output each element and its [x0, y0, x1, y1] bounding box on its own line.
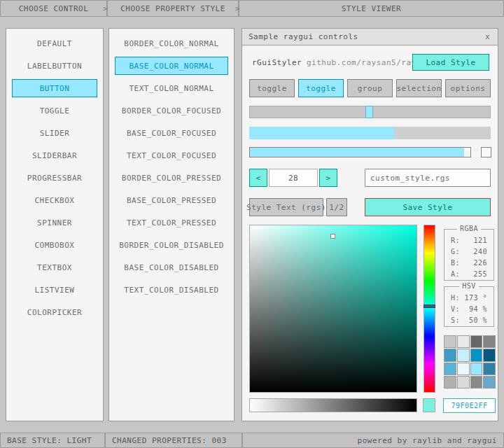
palette-swatch[interactable] — [457, 335, 470, 348]
palette-swatch[interactable] — [444, 349, 456, 361]
palette-swatch[interactable] — [483, 335, 496, 348]
spinner-value: 28 — [269, 169, 318, 187]
filename-input[interactable] — [365, 169, 491, 187]
toggle-button-0[interactable]: toggle — [249, 79, 295, 97]
toggle-button-selection[interactable]: selection — [396, 79, 442, 97]
hsv-h-value: 173 ° — [464, 294, 487, 302]
palette-swatch[interactable] — [483, 376, 496, 388]
header-choose-control: CHOOSE CONTROL — [0, 0, 107, 17]
header-separator-icon: > — [103, 0, 108, 17]
properties-list: BORDER_COLOR_NORMAL BASE_COLOR_NORMAL TE… — [109, 29, 234, 301]
control-list-item-spinner[interactable]: SPINNER — [12, 214, 97, 232]
property-list-item[interactable]: BORDER_COLOR_NORMAL — [115, 34, 228, 52]
hsv-group-box: HSV H: 173 ° V: 94 % S: 50 % — [444, 286, 494, 327]
rgba-group-box: RGBA R: 121 G: 240 B: 226 A: 255 — [444, 229, 494, 281]
status-base-style: BASE STYLE: LIGHT — [0, 433, 105, 448]
rgba-b-label: B: — [451, 259, 460, 267]
property-list-item[interactable]: BASE_COLOR_DISABLED — [115, 258, 228, 276]
rgba-g-value: 240 — [473, 248, 487, 255]
toggle-button-options[interactable]: options — [445, 79, 491, 97]
status-changed-properties: CHANGED PROPERTIES: 003 — [105, 433, 242, 448]
top-header-bar: CHOOSE CONTROL CHOOSE PROPERTY STYLE STY… — [0, 0, 504, 17]
palette-swatch[interactable] — [470, 376, 483, 388]
control-list-item-default[interactable]: DEFAULT — [12, 34, 97, 52]
palette-swatch[interactable] — [470, 363, 483, 375]
rgba-r-value: 121 — [473, 237, 487, 244]
property-list-item[interactable]: TEXT_COLOR_DISABLED — [115, 281, 228, 299]
rgba-row-a: A: 255 — [444, 268, 493, 279]
palette-swatch[interactable] — [444, 335, 456, 348]
palette-swatch[interactable] — [444, 363, 456, 375]
hsv-v-value: 94 % — [469, 305, 487, 313]
control-list-item-textbox[interactable]: TEXTBOX — [12, 258, 97, 276]
sample-sliderbar[interactable] — [249, 147, 471, 158]
hsv-title: HSV — [459, 282, 479, 290]
property-list-item[interactable]: BORDER_COLOR_DISABLED — [115, 236, 228, 254]
window-title: Sample raygui controls — [248, 32, 358, 41]
control-list-item-labelbutton[interactable]: LABELBUTTON — [12, 57, 97, 75]
controls-list-panel: DEFAULT LABELBUTTON BUTTON TOGGLE SLIDER… — [6, 28, 104, 421]
palette-swatch[interactable] — [470, 349, 483, 361]
palette-swatch[interactable] — [470, 335, 483, 348]
property-list-item[interactable]: TEXT_COLOR_NORMAL — [115, 79, 228, 97]
palette-swatch[interactable] — [483, 363, 496, 375]
control-list-item-combobox[interactable]: COMBOBOX — [12, 236, 97, 254]
control-list-item-checkbox[interactable]: CHECKBOX — [12, 191, 97, 209]
rgba-title: RGBA — [457, 225, 481, 232]
property-list-item[interactable]: BORDER_COLOR_PRESSED — [115, 169, 228, 187]
style-viewer-window: Sample raygui controls x rGuiStyler gith… — [241, 28, 498, 421]
hue-bar[interactable] — [424, 225, 435, 393]
page-toggle-button[interactable]: 1/2 — [326, 198, 347, 216]
rgba-b-value: 226 — [473, 259, 487, 267]
hex-value-box[interactable]: 79F0E2FF — [443, 398, 496, 413]
slider-handle[interactable] — [365, 106, 373, 118]
control-list-item-colorpicker[interactable]: COLORPICKER — [12, 303, 97, 321]
property-list-item[interactable]: TEXT_COLOR_FOCUSED — [115, 146, 228, 164]
save-style-button[interactable]: Save Style — [365, 198, 491, 216]
hue-bar-handle[interactable] — [424, 304, 435, 308]
palette-swatch[interactable] — [483, 349, 496, 361]
header-style-viewer: STYLE VIEWER — [239, 0, 504, 17]
rgba-a-value: 255 — [473, 270, 487, 278]
toggle-button-1-active[interactable]: toggle — [298, 79, 344, 97]
property-list-item[interactable]: BORDER_COLOR_FOCUSED — [115, 102, 228, 120]
property-list-item[interactable]: TEXT_COLOR_PRESSED — [115, 214, 228, 232]
palette-swatch[interactable] — [444, 376, 456, 388]
rgba-r-label: R: — [451, 237, 460, 244]
status-credits: powered by raylib and raygui — [242, 433, 504, 448]
hsv-h-label: H: — [451, 294, 460, 302]
color-picker-marker[interactable] — [330, 234, 335, 239]
header-choose-property-style: CHOOSE PROPERTY STYLE — [107, 0, 239, 17]
hsv-row-s: S: 50 % — [444, 314, 493, 326]
status-bar: BASE STYLE: LIGHT CHANGED PROPERTIES: 00… — [0, 433, 504, 448]
property-list-item[interactable]: BASE_COLOR_FOCUSED — [115, 124, 228, 142]
progressbar-fill — [249, 127, 394, 139]
hsv-s-value: 50 % — [469, 316, 487, 324]
palette-swatch[interactable] — [457, 349, 470, 361]
control-list-item-sliderbar[interactable]: SLIDERBAR — [12, 146, 97, 164]
rgba-row-r: R: 121 — [444, 234, 493, 246]
properties-list-panel: BORDER_COLOR_NORMAL BASE_COLOR_NORMAL TE… — [108, 28, 234, 421]
palette-swatch[interactable] — [457, 376, 470, 388]
load-style-button[interactable]: Load Style — [412, 54, 489, 71]
property-list-item[interactable]: BASE_COLOR_PRESSED — [115, 191, 228, 209]
control-list-item-listview[interactable]: LISTVIEW — [12, 281, 97, 299]
picked-color-swatch — [423, 398, 435, 412]
alpha-bar[interactable] — [249, 398, 417, 412]
control-list-item-button[interactable]: BUTTON — [12, 79, 97, 97]
style-text-button[interactable]: Style Text (rgs) — [249, 198, 323, 216]
palette-swatch[interactable] — [457, 363, 470, 375]
control-list-item-slider[interactable]: SLIDER — [12, 124, 97, 142]
sample-progressbar[interactable] — [249, 127, 491, 139]
close-icon[interactable]: x — [484, 32, 491, 41]
control-list-item-toggle[interactable]: TOGGLE — [12, 102, 97, 120]
property-list-item[interactable]: BASE_COLOR_NORMAL — [115, 57, 228, 75]
control-list-item-progressbar[interactable]: PROGRESSBAR — [12, 169, 97, 187]
toggle-button-group[interactable]: group — [347, 79, 393, 97]
spinner-decrement-button[interactable]: < — [249, 169, 267, 187]
color-picker-saturation-value-area[interactable] — [249, 225, 417, 393]
spinner-increment-button[interactable]: > — [319, 169, 337, 187]
hsv-row-h: H: 173 ° — [444, 292, 493, 303]
sample-checkbox[interactable] — [481, 147, 491, 158]
sample-slider[interactable] — [249, 106, 491, 118]
